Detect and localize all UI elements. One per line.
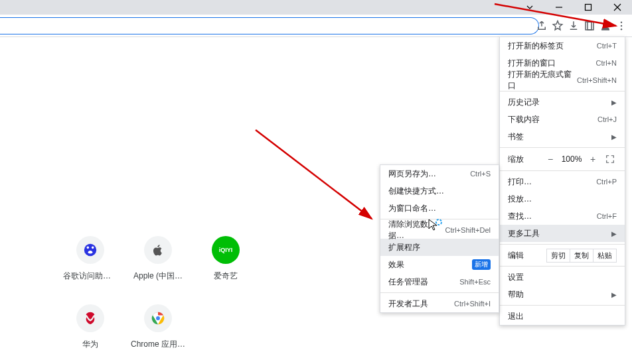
menu-history[interactable]: 历史记录▶ <box>500 93 625 111</box>
bookmark-star-icon[interactable] <box>551 19 564 32</box>
menu-new-tab[interactable]: 打开新的标签页Ctrl+T <box>500 37 625 54</box>
fullscreen-icon[interactable] <box>603 152 617 166</box>
menu-print[interactable]: 打印…Ctrl+P <box>500 173 625 190</box>
minimize-button[interactable] <box>544 0 574 15</box>
zoom-in-button[interactable]: + <box>585 152 601 166</box>
toolbar-icons <box>531 15 632 37</box>
share-icon[interactable] <box>535 19 548 32</box>
edit-cut-button[interactable]: 剪切 <box>546 249 570 263</box>
profile-avatar-icon[interactable] <box>599 19 612 32</box>
shortcut-row: 华为 Chrome 应用… <box>66 304 250 350</box>
svg-point-9 <box>621 29 622 30</box>
shortcut-item[interactable]: iQIYI 爱奇艺 <box>202 236 250 282</box>
submenu-name-window[interactable]: 为窗口命名… <box>380 200 499 217</box>
shortcut-row: 谷歌访问助手… Apple (中国… iQIYI 爱奇艺 <box>66 236 250 282</box>
kebab-menu-icon[interactable] <box>615 19 628 32</box>
svg-point-10 <box>84 244 96 256</box>
shortcut-item[interactable]: 华为 <box>66 304 114 350</box>
shortcut-label: 华为 <box>82 339 98 350</box>
shortcut-item[interactable]: Chrome 应用… <box>134 304 182 350</box>
menu-bookmarks[interactable]: 书签▶ <box>500 128 625 145</box>
svg-rect-4 <box>586 22 593 30</box>
shortcut-label: 谷歌访问助手… <box>63 271 118 282</box>
menu-zoom: 缩放 − 100% + <box>500 150 625 168</box>
shortcut-item[interactable]: 谷歌访问助手… <box>66 236 114 282</box>
submenu-save-page[interactable]: 网页另存为…Ctrl+S <box>380 165 499 182</box>
shortcut-item[interactable]: Apple (中国… <box>134 236 182 282</box>
svg-point-13 <box>155 316 160 320</box>
menu-downloads[interactable]: 下载内容Ctrl+J <box>500 111 625 128</box>
zoom-out-button[interactable]: − <box>542 152 558 166</box>
more-tools-submenu: 网页另存为…Ctrl+S 创建快捷方式… 为窗口命名… 清除浏览数据…Ctrl+… <box>380 164 499 313</box>
submenu-clear-data[interactable]: 清除浏览数据…Ctrl+Shift+Del <box>380 221 499 239</box>
menu-find[interactable]: 查找…Ctrl+F <box>500 208 625 225</box>
svg-rect-5 <box>588 22 592 30</box>
edit-copy-button[interactable]: 复制 <box>570 249 593 263</box>
menu-new-incognito[interactable]: 打开新的无痕式窗口Ctrl+Shift+N <box>500 72 625 89</box>
download-icon[interactable] <box>567 19 580 32</box>
submenu-effects[interactable]: 效果新增 <box>380 256 499 273</box>
zoom-value: 100% <box>558 154 585 164</box>
menu-cast[interactable]: 投放… <box>500 190 625 208</box>
submenu-devtools[interactable]: 开发者工具Ctrl+Shift+I <box>380 295 499 312</box>
close-button[interactable] <box>603 0 632 15</box>
reading-list-icon[interactable] <box>583 19 596 32</box>
submenu-extensions[interactable]: 扩展程序 <box>380 239 499 256</box>
svg-point-8 <box>621 25 622 27</box>
menu-exit[interactable]: 退出 <box>500 308 625 325</box>
menu-edit: 编辑 剪切 复制 粘贴 <box>500 247 625 264</box>
shortcuts: 谷歌访问助手… Apple (中国… iQIYI 爱奇艺 华为 Chrome 应… <box>66 236 250 350</box>
shortcut-label: Chrome 应用… <box>131 339 185 350</box>
svg-point-6 <box>603 22 607 26</box>
submenu-create-shortcut[interactable]: 创建快捷方式… <box>380 182 499 200</box>
shortcut-label: 爱奇艺 <box>214 271 238 282</box>
dropdown-v-button[interactable] <box>515 0 544 15</box>
svg-rect-1 <box>586 5 592 11</box>
menu-help[interactable]: 帮助▶ <box>500 286 625 303</box>
maximize-button[interactable] <box>574 0 603 15</box>
menu-settings[interactable]: 设置 <box>500 269 625 286</box>
address-bar[interactable] <box>0 17 539 34</box>
shortcut-label: Apple (中国… <box>133 271 183 282</box>
submenu-task-manager[interactable]: 任务管理器Shift+Esc <box>380 273 499 290</box>
window-controls <box>515 0 632 15</box>
edit-paste-button[interactable]: 粘贴 <box>593 249 617 263</box>
menu-more-tools[interactable]: 更多工具▶ <box>500 225 625 242</box>
chrome-main-menu: 打开新的标签页Ctrl+T 打开新的窗口Ctrl+N 打开新的无痕式窗口Ctrl… <box>499 36 625 326</box>
svg-point-7 <box>621 22 622 23</box>
